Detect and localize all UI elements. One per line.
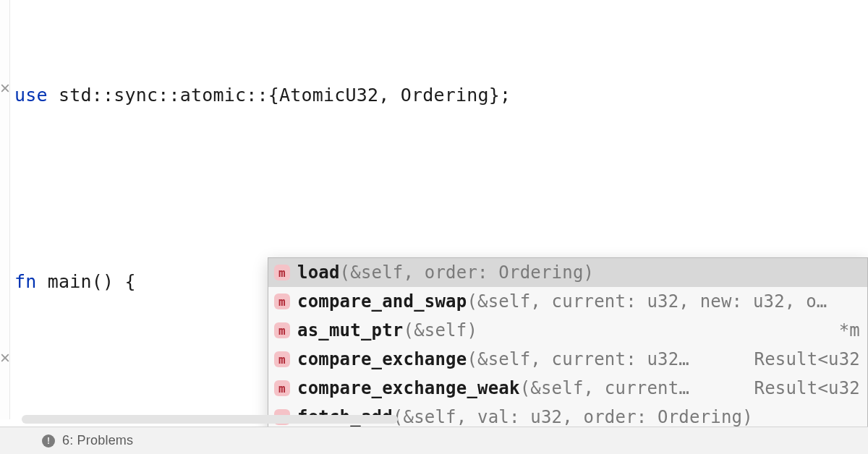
fn-name: main bbox=[48, 271, 92, 292]
autocomplete-item[interactable]: m compare_and_swap(&self, current: u32, … bbox=[268, 287, 867, 316]
method-signature: (&self, val: u32, order: Ordering) bbox=[393, 407, 753, 427]
gutter bbox=[0, 0, 10, 419]
method-name: compare_exchange_weak bbox=[297, 378, 520, 398]
return-type: Result<u32 bbox=[737, 378, 861, 398]
return-type: *m bbox=[822, 320, 860, 340]
fold-arrow-icon[interactable] bbox=[1, 84, 9, 93]
problems-icon[interactable]: ! bbox=[42, 434, 55, 447]
method-signature: (&self, order: Ordering) bbox=[340, 262, 595, 283]
autocomplete-item[interactable]: m as_mut_ptr(&self) *m bbox=[268, 316, 867, 345]
method-icon: m bbox=[274, 351, 290, 367]
status-bar: ! 6: Problems bbox=[0, 427, 868, 454]
method-name: load bbox=[297, 262, 340, 283]
method-icon: m bbox=[274, 380, 290, 396]
autocomplete-item[interactable]: m compare_exchange_weak(&self, current… … bbox=[268, 374, 867, 403]
autocomplete-popup[interactable]: m load(&self, order: Ordering) m compare… bbox=[268, 257, 868, 454]
method-signature: (&self) bbox=[404, 320, 478, 340]
method-signature: (&self, current: u32… bbox=[467, 349, 689, 369]
autocomplete-item[interactable]: m load(&self, order: Ordering) bbox=[268, 258, 867, 287]
method-name: as_mut_ptr bbox=[297, 320, 404, 340]
return-type: Result<u32 bbox=[737, 349, 861, 369]
horizontal-scrollbar[interactable] bbox=[22, 415, 398, 424]
method-signature: (&self, current: u32, new: u32, o… bbox=[467, 291, 827, 312]
method-name: compare_and_swap bbox=[297, 291, 467, 312]
autocomplete-item[interactable]: m compare_exchange(&self, current: u32… … bbox=[268, 345, 867, 374]
keyword: fn bbox=[14, 271, 48, 292]
code-line-empty[interactable] bbox=[14, 174, 868, 204]
method-icon: m bbox=[274, 265, 290, 280]
method-name: compare_exchange bbox=[297, 349, 467, 369]
keyword: use bbox=[14, 85, 48, 106]
method-icon: m bbox=[274, 322, 290, 338]
code-line[interactable]: use std::sync::atomic::{AtomicU32, Order… bbox=[14, 80, 868, 111]
problems-tab[interactable]: 6: Problems bbox=[62, 433, 133, 448]
code-text: std::sync::atomic::{AtomicU32, Ordering}… bbox=[48, 85, 511, 106]
method-signature: (&self, current… bbox=[520, 378, 689, 398]
code-text: () { bbox=[92, 271, 136, 292]
fold-arrow-icon[interactable] bbox=[1, 354, 9, 362]
method-icon: m bbox=[274, 294, 290, 309]
